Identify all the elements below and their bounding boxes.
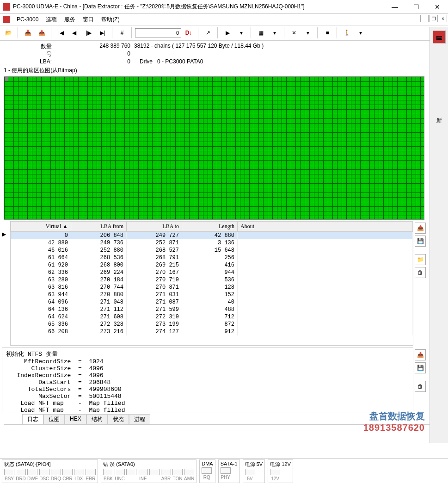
goto-button[interactable]: D↓ [182,26,195,39]
status-led [149,469,160,481]
table-row[interactable]: 63 816270 744270 871128 [11,284,413,291]
num-label: 号 [5,50,55,58]
tab-HEX[interactable]: HEX [65,414,86,424]
table-row[interactable]: 64 136271 112271 599488 [11,306,413,313]
tab-状态[interactable]: 状态 [108,414,129,424]
status-group-title: SATA-1 [221,461,238,466]
table-header[interactable]: Virtual ▲ [11,222,71,232]
status-led: DRD [16,469,26,481]
tab-日志[interactable]: 日志 [22,414,43,424]
exit-dropdown-button[interactable]: ▾ [354,26,367,39]
minimize-button[interactable]: — [384,0,405,14]
lba-value: 0 [55,58,134,65]
row-pointer-icon: ▶ [2,221,10,346]
grid-dropdown-button[interactable]: ▾ [268,26,281,39]
grid-view-button[interactable]: ▦ [254,26,267,39]
app-menu-icon [3,16,10,23]
status-led: 5V [245,469,255,481]
status-group-title: 状态 (SATA0)-[PIO4] [4,461,96,468]
lba-label: LBA: [5,58,55,65]
tab-结构[interactable]: 结构 [86,414,108,424]
status-led: DWF [27,469,38,481]
table-row[interactable]: 62 336269 224270 167944 [11,269,413,276]
log-export-button[interactable]: 📤 [415,349,426,360]
grid-button[interactable]: # [116,26,129,39]
status-led: AMN [184,469,194,481]
status-group: 状态 (SATA0)-[PIO4]BSYDRDDWFDSCDRQCRRIDXER… [2,459,98,483]
table-row[interactable]: 64 624271 608272 319712 [11,313,413,321]
menu-app[interactable]: PC-3000 [13,15,42,24]
jump-out-button[interactable]: ↗ [202,26,215,39]
menu-window[interactable]: 窗口 [79,14,98,25]
table-row[interactable]: 65 336272 328273 199872 [11,321,413,328]
log-trash-button[interactable]: 🗑 [415,381,426,392]
tab-位图[interactable]: 位图 [43,414,65,424]
table-save-button[interactable]: 💾 [415,236,426,247]
table-row[interactable]: 61 920268 800269 215416 [11,261,413,269]
stop-button[interactable]: ■ [321,26,334,39]
export-button[interactable]: 📤 [35,26,48,39]
table-row[interactable]: 61 664268 536268 791256 [11,254,413,261]
log-panel[interactable]: 初始化 NTFS 变量 MftRecordSize = 1024 Cluster… [2,347,413,412]
status-led [126,469,136,481]
status-led: BSY [4,469,14,481]
status-led: ERR [86,469,96,481]
import-button[interactable]: 📥 [21,26,34,39]
info-panel: 数量 248 389 760 38192 - chains ( 127 175 … [0,41,448,66]
table-folder-button[interactable]: 📁 [415,254,426,265]
tools-dropdown-button[interactable]: ▾ [301,26,314,39]
menu-options[interactable]: 选项 [42,14,61,25]
table-header[interactable]: About [238,222,413,232]
open-task-button[interactable]: 📂 [2,26,15,39]
table-row[interactable]: 66 208273 216274 127912 [11,328,413,335]
qty-label: 数量 [5,43,55,50]
close-button[interactable]: ✕ [427,0,448,14]
table-header[interactable]: LBA to [127,222,182,232]
menu-help[interactable]: 帮助(Z) [98,14,123,25]
tools-button[interactable]: ✕ [288,26,301,39]
status-led: ABR [161,469,171,481]
status-led: IDX [74,469,84,481]
window-titlebar: PC-3000 UDMA-E - China - [Data Extractor… [0,0,448,14]
table-row[interactable]: 46 016252 880268 52715 648 [11,247,413,254]
sidebar-device-button[interactable]: 🖴 [433,31,446,43]
status-group: 电源 5V5V [243,459,265,483]
status-led: 12V [270,469,280,481]
mdi-close-button[interactable]: × [439,15,447,22]
status-led: BBK [103,469,113,481]
log-save-button[interactable]: 💾 [415,362,426,373]
table-row[interactable]: 0206 848249 72742 880 [11,232,413,240]
nav-last-button[interactable]: ▶| [96,26,109,39]
status-group: 电源 12V12V [268,459,293,483]
mdi-minimize-button[interactable]: _ [420,15,429,22]
tab-进程[interactable]: 进程 [129,414,150,424]
play-button[interactable]: ▶ [221,26,234,39]
mdi-restore-button[interactable]: ❐ [430,15,438,22]
maximize-button[interactable]: ☐ [405,0,427,14]
right-sidebar: 🖴 新 [430,27,448,443]
table-row[interactable]: 63 280270 184270 719536 [11,276,413,284]
status-led: RQ [202,467,212,480]
table-row[interactable]: 63 944270 880271 031152 [11,291,413,298]
nav-prev-button[interactable]: ◀| [68,26,81,39]
bitmap-title: 1 - 使用的扇区位图(从Bitmap) [0,66,448,75]
bottom-tabs: 日志位图HEX结构状态进程 [4,414,444,425]
menu-bar: PC-3000 选项 服务 窗口 帮助(Z) _ ❐ × [0,14,448,25]
menu-service[interactable]: 服务 [61,14,79,25]
nav-first-button[interactable]: |◀ [55,26,68,39]
chains-table[interactable]: Virtual ▲LBA fromLBA toLengthAbout 0206 … [10,221,413,346]
address-input[interactable] [135,28,181,37]
status-led: CRR [62,469,73,481]
table-header[interactable]: LBA from [71,222,127,232]
table-export-button[interactable]: 📤 [415,223,426,234]
table-trash-button[interactable]: 🗑 [415,267,426,278]
status-group-title: 错 误 (SATA0) [103,461,194,468]
exit-button[interactable]: 🚶 [340,26,353,39]
table-header[interactable]: Length [182,222,238,232]
table-row[interactable]: 64 096271 048271 08740 [11,298,413,306]
num-value: 0 [55,50,134,58]
sector-bitmap[interactable] [4,76,424,220]
table-row[interactable]: 42 880249 736252 8713 136 [11,239,413,247]
nav-next-button[interactable]: |▶ [82,26,95,39]
play-dropdown-button[interactable]: ▾ [235,26,248,39]
